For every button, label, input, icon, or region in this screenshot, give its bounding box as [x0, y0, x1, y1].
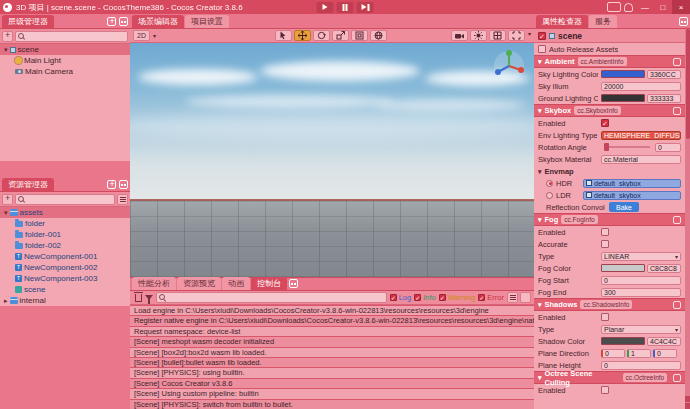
scale-tool-button[interactable] [332, 30, 349, 41]
shadows-type-select[interactable]: Planar▾ [601, 325, 681, 334]
asset-item-scene[interactable]: scene [0, 284, 130, 295]
number-input[interactable]: 20000 [601, 82, 681, 91]
console-log-list[interactable]: Load engine in C:\Users\xiudi\Downloads\… [130, 305, 534, 409]
mode-2d-toggle[interactable]: 2D [133, 30, 150, 41]
help-icon[interactable] [673, 374, 681, 382]
filter-log[interactable]: Log [390, 293, 412, 302]
minimize-button[interactable]: — [636, 0, 654, 14]
section-ambient[interactable]: Ambient cc.AmbientInfo [534, 55, 685, 68]
rotation-angle-slider[interactable] [604, 146, 650, 148]
color-swatch[interactable] [601, 94, 645, 102]
tab-console[interactable]: 控制台 [251, 277, 287, 290]
asset-item-folder-002[interactable]: folder-002 [0, 240, 130, 251]
clear-console-icon[interactable] [135, 294, 142, 302]
log-entry[interactable]: [Scene] [PHYSICS]: switch from builtin t… [130, 399, 534, 409]
hex-input[interactable]: C8C8C8 [647, 264, 681, 273]
console-panel-menu-icon[interactable] [289, 279, 298, 288]
fullscreen-button[interactable] [508, 30, 525, 41]
scrollbar-thumb[interactable] [686, 29, 690, 139]
filter-icon[interactable] [145, 295, 153, 300]
asset-item-folder[interactable]: folder [0, 218, 130, 229]
log-entry[interactable]: [Scene] [box2d]:box2d wasm lib loaded. [130, 347, 534, 357]
bake-button[interactable]: Bake [609, 202, 639, 212]
help-icon[interactable] [673, 58, 681, 66]
hdr-asset-field[interactable]: default_skybox [583, 179, 681, 188]
scroll-down-arrow[interactable] [685, 403, 690, 409]
log-entry[interactable]: [Scene] meshopt wasm decoder initialized [130, 336, 534, 346]
asset-item-internal[interactable]: internal [0, 295, 130, 306]
asset-item-folder-001[interactable]: folder-001 [0, 229, 130, 240]
asset-item-newcomponent-001[interactable]: T NewComponent-001 [0, 251, 130, 262]
plane-direction-y-input[interactable]: 1 [627, 349, 651, 358]
console-settings-icon[interactable] [520, 292, 531, 303]
number-input[interactable]: 0 [601, 276, 681, 285]
tab-preview[interactable]: 资源预览 [177, 277, 221, 290]
user-icon[interactable] [624, 3, 633, 12]
log-entry[interactable]: [Scene] Cocos Creator v3.8.6 [130, 378, 534, 388]
hierarchy-menu-icon[interactable] [119, 17, 128, 26]
chevron-down-icon[interactable] [4, 45, 8, 54]
plane-direction-x-input[interactable]: 0 [601, 349, 625, 358]
hex-input[interactable]: 4C4C4C [647, 337, 681, 346]
gizmo-space-button[interactable] [370, 30, 387, 41]
env-lighting-type-select[interactable]: HEMISPHERE_DIFFUSE▾ [601, 131, 681, 140]
hierarchy-item-main-light[interactable]: Main Light [0, 55, 130, 66]
select-tool-button[interactable] [275, 30, 292, 41]
hex-input[interactable]: 333333 [647, 94, 681, 103]
number-input[interactable]: 0 [655, 143, 681, 152]
color-swatch[interactable] [601, 264, 645, 272]
envmap-subheader[interactable]: Envmap [534, 165, 685, 177]
tab-scene-editor[interactable]: 场景编辑器 [132, 15, 184, 28]
maximize-button[interactable]: □ [654, 0, 672, 14]
slider-handle[interactable] [604, 143, 609, 151]
asset-item-newcomponent-003[interactable]: T NewComponent-003 [0, 273, 130, 284]
log-entry[interactable]: Request namespace: device-list [130, 326, 534, 336]
section-octree[interactable]: Octree Scene Culling cc.OctreeInfo [534, 371, 685, 384]
filter-error[interactable]: Error [478, 293, 504, 302]
scroll-up-arrow[interactable] [685, 396, 690, 402]
step-button[interactable] [357, 2, 374, 13]
octree-enabled-checkbox[interactable] [601, 386, 609, 394]
create-asset-icon[interactable] [107, 180, 116, 189]
section-skybox[interactable]: Skybox cc.SkyboxInfo [534, 104, 685, 117]
layout-icon[interactable] [607, 2, 621, 12]
create-node-icon[interactable] [107, 17, 116, 26]
log-entry[interactable]: [Scene] Using custom pipeline: builtin [130, 388, 534, 398]
inspector-menu-icon[interactable] [679, 17, 688, 26]
filter-info[interactable]: Info [414, 293, 436, 302]
tab-service[interactable]: 服务 [589, 15, 617, 28]
fog-accurate-checkbox[interactable] [601, 240, 609, 248]
tab-animation[interactable]: 动画 [222, 277, 250, 290]
asset-item-assets-root[interactable]: assets [0, 207, 130, 218]
sort-assets-button[interactable] [117, 194, 128, 205]
ldr-asset-field[interactable]: default_skybox [583, 191, 681, 200]
fog-enabled-checkbox[interactable] [601, 228, 609, 236]
grid-toggle-button[interactable] [489, 30, 506, 41]
fog-type-select[interactable]: LINEAR▾ [601, 252, 681, 261]
hdr-radio[interactable] [546, 180, 553, 187]
ldr-radio[interactable] [546, 192, 553, 199]
pause-button[interactable] [337, 2, 354, 13]
node-active-checkbox[interactable] [538, 32, 546, 40]
console-search-input[interactable] [156, 292, 387, 303]
close-button[interactable]: × [672, 0, 690, 14]
chevron-down-icon[interactable]: ▾ [528, 30, 531, 41]
console-collapse-icon[interactable] [507, 292, 518, 303]
skybox-enabled-checkbox[interactable] [601, 119, 609, 127]
tab-project-settings[interactable]: 项目设置 [185, 15, 229, 28]
hierarchy-item-main-camera[interactable]: Main Camera [0, 66, 130, 77]
material-field[interactable]: cc.Material [601, 155, 681, 164]
shadows-enabled-checkbox[interactable] [601, 313, 609, 321]
chevron-right-icon[interactable] [4, 296, 8, 305]
plane-direction-z-input[interactable]: 0 [653, 349, 677, 358]
play-button[interactable] [317, 2, 334, 13]
color-swatch[interactable] [601, 70, 645, 78]
add-node-button[interactable] [2, 31, 13, 42]
chevron-down-icon[interactable] [4, 208, 8, 217]
assets-menu-icon[interactable] [119, 180, 128, 189]
tab-hierarchy[interactable]: 层级管理器 [2, 15, 54, 28]
log-entry[interactable]: Load engine in C:\Users\xiudi\Downloads\… [130, 305, 534, 315]
number-input[interactable]: 300 [601, 288, 681, 297]
tab-assets[interactable]: 资源管理器 [2, 178, 54, 191]
filter-warning[interactable]: Warning [439, 293, 476, 302]
